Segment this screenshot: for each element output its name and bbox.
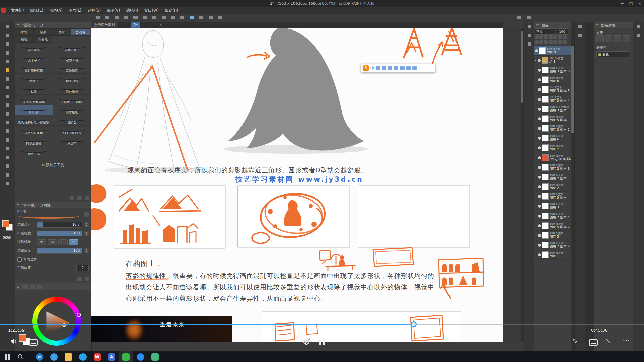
toolbar-icon[interactable]: [525, 14, 532, 21]
color-set-tab-icon[interactable]: [30, 285, 35, 289]
zoom-tool-icon[interactable]: [3, 23, 12, 31]
collapsed-panel-icon[interactable]: [634, 32, 643, 39]
brush-item[interactable]: 淡芯铅笔: [53, 105, 91, 115]
layer-thumbnail[interactable]: [542, 115, 549, 122]
more-options-button[interactable]: ⋯: [623, 336, 631, 344]
subtool-group-tab[interactable]: 自动铅: [71, 28, 90, 36]
subtitle-button[interactable]: [29, 339, 38, 346]
layer-thumbnail[interactable]: [542, 76, 549, 83]
layer-thumbnail[interactable]: [542, 232, 549, 239]
fill-tool-icon[interactable]: [3, 127, 12, 135]
toolbar-icon[interactable]: [216, 14, 224, 21]
layer-thumbnail[interactable]: [542, 96, 549, 103]
toolbar-icon[interactable]: [207, 14, 214, 21]
canvas-vertical-scrollbar[interactable]: [521, 28, 524, 342]
layer-thumbnail[interactable]: [539, 47, 546, 54]
layer-color-effect-icon[interactable]: [614, 35, 621, 42]
brush-item[interactable]: JUJU线磨砂品-△笔试吃: [15, 115, 53, 126]
ime-mic-icon[interactable]: [382, 66, 386, 70]
brush-item[interactable]: 写实CG笔: [53, 53, 91, 63]
ruler-tool-icon[interactable]: [3, 162, 12, 170]
menu-item[interactable]: 窗口(W): [141, 7, 162, 14]
tab-close-icon[interactable]: ×: [158, 22, 163, 27]
layer-row[interactable]: 100 %正常 图层 2: [534, 182, 571, 192]
delete-subtool-icon[interactable]: [85, 196, 89, 200]
layer-thumbnail[interactable]: [542, 164, 549, 171]
layer-row[interactable]: 100 %正常 图层 2 副本 2: [534, 240, 571, 250]
layer-thumbnail[interactable]: [542, 57, 548, 64]
layer-row[interactable]: 100 %正常 图层 5 副本: [534, 114, 571, 124]
toolbar-icon[interactable]: [179, 14, 186, 21]
layer-mask-icon[interactable]: [558, 35, 562, 39]
select-tool-icon[interactable]: [3, 49, 12, 57]
playlist-button[interactable]: [589, 339, 598, 346]
antialias-option[interactable]: 弱: [48, 239, 57, 245]
layer-thumbnail[interactable]: [542, 222, 549, 229]
layer-visibility-icon[interactable]: [538, 137, 541, 140]
brush-item[interactable]: 素描铅笔: [53, 63, 91, 74]
settings-icon[interactable]: [85, 277, 89, 281]
color-wheel-tab-icon[interactable]: [23, 285, 28, 289]
layer-lock-icon[interactable]: [535, 35, 539, 39]
layer-row[interactable]: 100 %正常 图层 2 副本 3: [534, 163, 571, 172]
subtool-group-tab[interactable]: 铅笔: [15, 36, 34, 43]
frame-tool-icon[interactable]: [3, 154, 12, 161]
new-layer-icon[interactable]: [535, 40, 539, 44]
extract-line-effect-icon[interactable]: [623, 35, 630, 42]
toolbar-icon[interactable]: [151, 14, 158, 21]
brush-item[interactable]: 深芯铅笔: [15, 43, 53, 53]
layer-row[interactable]: 100 %正常 图层 3 副本: [534, 192, 571, 201]
lasso-tool-icon[interactable]: [3, 58, 12, 65]
blend-tool-icon[interactable]: [3, 119, 12, 126]
layer-visibility-icon[interactable]: [538, 146, 541, 149]
scrollbar-thumb[interactable]: [571, 46, 574, 133]
airbrush-tool-icon[interactable]: [3, 93, 12, 100]
canvas-viewport[interactable]: 规则的面会有秩序美，所以我们的剪影越靠近三角形、圆形或者D型就会越舒服。 技艺学…: [91, 28, 503, 342]
taskbar-app-icon[interactable]: [47, 351, 61, 362]
brush-item[interactable]: 深色插画: [53, 84, 91, 95]
layer-panel-tab-icon[interactable]: [576, 23, 584, 31]
document-tab-2[interactable]: 2*: [131, 22, 141, 28]
add-subtool-button[interactable]: ⊕ 添加子工具: [15, 163, 91, 168]
layer-visibility-icon[interactable]: [538, 59, 541, 62]
snap-icon[interactable]: [188, 14, 196, 21]
toolbar-icon[interactable]: [516, 14, 523, 21]
eraser-tool-icon[interactable]: [3, 110, 12, 118]
taskbar-app-icon[interactable]: W: [90, 351, 104, 362]
layer-thumbnail[interactable]: [542, 67, 549, 73]
subtool-group-tab[interactable]: 粉彩笔: [34, 36, 52, 43]
layer-ref-icon[interactable]: [544, 35, 548, 39]
toolbar-icon[interactable]: [104, 14, 111, 21]
layer-visibility-icon[interactable]: [538, 244, 541, 247]
layer-row[interactable]: 100 %正常 图层 6: [534, 133, 571, 143]
reset-icon[interactable]: [77, 277, 82, 281]
menu-item[interactable]: 滤镜(I): [123, 7, 141, 14]
brush-item[interactable]: G笔 2: [53, 115, 91, 126]
layer-visibility-icon[interactable]: [538, 215, 541, 218]
hue-indicator[interactable]: [77, 313, 81, 317]
menu-item[interactable]: 选择(S): [85, 7, 104, 14]
shrink-button[interactable]: ⤡: [606, 337, 610, 345]
layer-row[interactable]: 100 %正常 图层 5 副本 2: [534, 221, 571, 231]
blend-mode-dropdown[interactable]: 正常: [535, 28, 555, 35]
zoom-panel-icon[interactable]: [525, 40, 534, 48]
collapsed-panel-icon[interactable]: [634, 23, 643, 31]
progress-played[interactable]: [0, 324, 414, 325]
layer-row[interactable]: 100 %正常 图层 9: [534, 46, 571, 56]
layer-row[interactable]: 100 %穿透 组 1: [534, 56, 571, 65]
brush-item[interactable]: 排线质感笔: [15, 136, 53, 146]
layer-row[interactable]: 66 %正常 图层 3 副本 5: [534, 85, 571, 95]
menu-item[interactable]: 编辑(E): [27, 7, 46, 14]
ime-emoji-icon[interactable]: [394, 66, 398, 70]
layer-visibility-icon[interactable]: [538, 166, 541, 169]
layer-thumbnail[interactable]: [542, 183, 549, 190]
border-effect-icon[interactable]: [596, 35, 604, 42]
layer-row[interactable]: 100 %正常 图层 5: [534, 231, 571, 240]
taskbar-app-icon[interactable]: A: [104, 351, 119, 362]
layer-row[interactable]: 88 %正常 图层 3 副本 4: [534, 95, 571, 104]
create-mask-icon[interactable]: [558, 40, 562, 44]
layer-visibility-icon[interactable]: [538, 156, 541, 159]
document-tab-1[interactable]: 点线面与剪影: [91, 22, 118, 28]
foreground-color-swatch[interactable]: [2, 220, 9, 227]
antialias-option[interactable]: 中: [58, 239, 68, 245]
